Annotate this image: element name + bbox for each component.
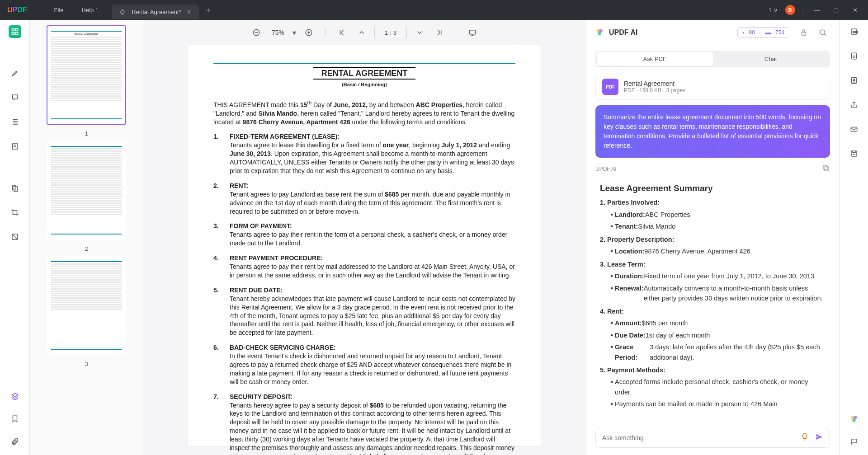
crop-tool[interactable] [9, 206, 21, 219]
zoom-level: 75% [269, 29, 287, 36]
svg-rect-1 [15, 28, 18, 31]
summary-bullet: Grace Period: 3 days; late fee applies a… [611, 342, 826, 362]
presentation-button[interactable] [465, 25, 480, 40]
clause-item: 3.FORM OF PAYMENT:Tenants agree to pay t… [213, 222, 515, 248]
right-tool-strip: OCR [839, 20, 868, 455]
summary-section-head: 3. Lease Term: [600, 259, 826, 269]
tab-close-icon[interactable]: ✕ [186, 8, 192, 15]
svg-rect-16 [825, 167, 829, 171]
eraser-icon [119, 8, 126, 15]
current-page: 1 [385, 29, 388, 36]
document-scroll[interactable]: RENTAL AGREEMENT (Basic / Beginning) THI… [143, 45, 586, 455]
ai-reply-source: UPDF AI [595, 166, 617, 172]
summary-title: Lease Agreement Summary [600, 182, 826, 195]
ai-file-card[interactable]: PDF Rental Agreement PDF · 158.0 KB · 3 … [595, 74, 830, 100]
layers-icon[interactable] [9, 390, 21, 403]
summary-bullet: Duration: Fixed term of one year from Ju… [611, 271, 826, 281]
tab-title: Rental Agreement* [132, 9, 181, 15]
copy-icon[interactable] [822, 164, 830, 174]
svg-rect-23 [851, 127, 857, 131]
prev-page-button[interactable] [354, 25, 369, 40]
summary-section-head: 2. Property Description: [600, 235, 826, 244]
document-tab[interactable]: Rental Agreement* ✕ [112, 5, 199, 19]
menu-file[interactable]: File [54, 7, 64, 14]
email-icon[interactable] [848, 123, 860, 136]
thumbnail-page-1[interactable]: RENTAL AGREEMENT [47, 25, 126, 125]
document-area: 75% ▾ 1 / 3 RENTAL AGREEMENT (Basic / Be… [143, 20, 586, 455]
ocr-right-icon[interactable]: OCR [848, 25, 860, 38]
annotation-tool[interactable] [9, 91, 21, 104]
clause-item: 6.BAD-CHECK SERVICING CHARGE:In the even… [213, 343, 515, 386]
tab-chat[interactable]: Chat [713, 52, 829, 66]
tab-ask-pdf[interactable]: Ask PDF [597, 52, 713, 66]
attachment-icon[interactable] [9, 435, 21, 448]
document-subtitle: (Basic / Beginning) [213, 81, 515, 88]
svg-rect-17 [823, 165, 827, 169]
svg-rect-24 [851, 151, 857, 156]
ai-input[interactable] [602, 434, 801, 441]
svg-rect-14 [802, 32, 806, 35]
svg-rect-0 [12, 28, 14, 31]
window-minimize-icon[interactable]: — [811, 4, 823, 16]
clause-item: 1.FIXED-TERM AGREEMENT (LEASE):Tenants a… [213, 132, 515, 175]
highlighter-tool[interactable] [9, 67, 21, 80]
ai-logo-icon [595, 28, 604, 37]
ai-file-meta: PDF · 158.0 KB · 3 pages [624, 87, 685, 94]
summary-bullet: Accepted forms include personal check, c… [611, 377, 826, 397]
summary-bullet: Amount: $685 per month [611, 318, 826, 328]
document-toolbar: 75% ▾ 1 / 3 [143, 20, 586, 45]
user-avatar[interactable]: B [785, 5, 795, 15]
document-intro: THIS AGREEMENT made this 15th Day of Jun… [213, 99, 515, 126]
ai-input-wrap [595, 428, 830, 448]
redact-tool[interactable] [9, 230, 21, 243]
summary-section-head: 5. Payment Methods: [600, 365, 826, 375]
search-icon[interactable] [816, 25, 830, 40]
ai-panel: UPDF AI ▪80 | ▬754 Ask PDF Chat PDF Rent… [586, 20, 839, 455]
thumbnail-page-2[interactable] [47, 141, 126, 240]
svg-point-15 [820, 30, 825, 35]
clause-item: 2.RENT:Tenant agrees to pay Landlord as … [213, 182, 515, 216]
form-tool[interactable] [9, 140, 21, 153]
ai-file-name: Rental Agreement [624, 80, 685, 87]
first-page-button[interactable] [335, 25, 349, 40]
send-icon[interactable] [815, 433, 823, 443]
last-page-button[interactable] [432, 25, 447, 40]
outline-tool[interactable] [9, 116, 21, 128]
ai-reply-body: Lease Agreement Summary 1. Parties Invol… [595, 179, 830, 422]
svg-point-27 [852, 418, 856, 422]
svg-rect-22 [853, 80, 855, 82]
summary-section-head: 4. Rent: [600, 306, 826, 316]
comment-icon[interactable] [848, 435, 860, 448]
ai-tabs: Ask PDF Chat [595, 51, 830, 67]
clause-item: 7.SECURITY DEPOSIT:Tenants hereby agree … [213, 393, 515, 455]
document-clauses-list: 1.FIXED-TERM AGREEMENT (LEASE):Tenants a… [213, 132, 515, 455]
save-icon[interactable] [848, 147, 860, 160]
page-input[interactable]: 1 / 3 [374, 26, 407, 39]
clause-item: 5.RENT DUE DATE:Tenant hereby acknowledg… [213, 286, 515, 337]
convert-icon[interactable] [848, 50, 860, 62]
new-tab-button[interactable]: ＋ [204, 5, 212, 15]
lock-icon[interactable] [797, 25, 811, 40]
pdf-page: RENTAL AGREEMENT (Basic / Beginning) THI… [188, 45, 541, 446]
ocr-tool[interactable] [9, 182, 21, 194]
thumb-label-3: 3 [85, 361, 88, 367]
share-icon[interactable] [848, 99, 860, 111]
protect-icon[interactable] [848, 74, 860, 87]
zoom-out-button[interactable] [249, 25, 264, 40]
thumbnails-tool[interactable] [9, 25, 21, 38]
zoom-in-button[interactable] [302, 25, 316, 40]
thumbnail-page-3[interactable] [47, 256, 126, 355]
next-page-button[interactable] [412, 25, 427, 40]
tab-region: Rental Agreement* ✕ ＋ [112, 1, 212, 19]
version-dropdown[interactable]: 1 ∨ [769, 7, 778, 14]
thumb-label-2: 2 [85, 245, 88, 252]
ai-toggle-icon[interactable] [848, 413, 860, 425]
window-close-icon[interactable]: ✕ [849, 4, 861, 16]
clause-item: 4.RENT PAYMENT PROCEDURE:Tenants agree t… [213, 254, 515, 280]
suggestion-icon[interactable] [801, 433, 809, 443]
menu-help[interactable]: Help [82, 7, 94, 14]
zoom-dropdown-icon[interactable]: ▾ [292, 28, 296, 37]
bookmark-icon[interactable] [9, 413, 21, 425]
window-maximize-icon[interactable]: ▢ [830, 4, 842, 16]
ai-credits[interactable]: ▪80 | ▬754 [737, 27, 789, 38]
